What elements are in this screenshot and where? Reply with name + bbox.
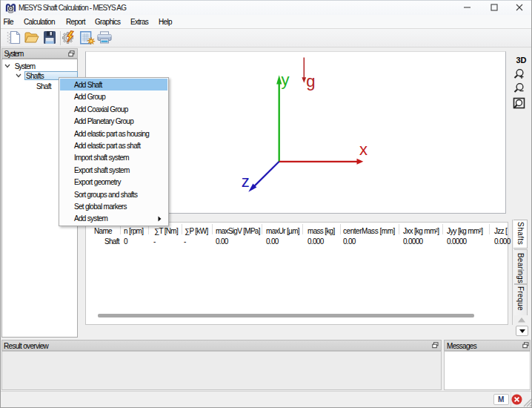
svg-text:x: x xyxy=(359,140,368,159)
svg-text:g: g xyxy=(306,72,315,91)
svg-text:y: y xyxy=(281,70,289,89)
svg-text:z: z xyxy=(242,172,250,191)
